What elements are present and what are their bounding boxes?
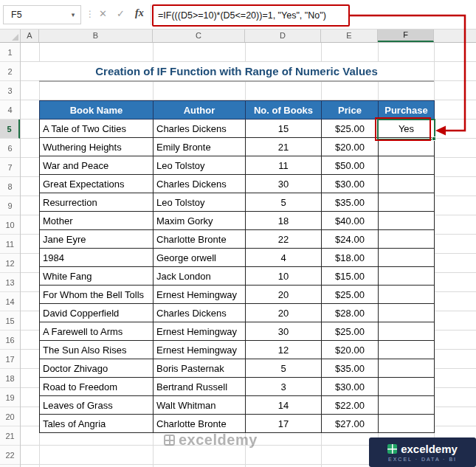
table-cell[interactable] [379,415,435,433]
row-header-20[interactable]: 20 [0,407,20,426]
insert-function-icon[interactable]: fx [135,7,144,19]
table-cell[interactable]: $15.00 [322,267,379,286]
cancel-icon[interactable]: ✕ [99,8,107,19]
table-cell[interactable]: 5 [246,359,322,378]
row-header-11[interactable]: 11 [0,235,20,254]
fill-handle[interactable] [432,136,436,141]
table-cell[interactable] [379,359,435,378]
table-cell[interactable] [379,378,435,396]
table-cell[interactable]: $30.00 [322,378,379,396]
table-cell[interactable]: The Sun Also Rises [40,341,154,359]
column-header-B[interactable]: B [39,30,153,42]
table-header-cell[interactable]: Purchase [379,101,435,120]
table-cell[interactable]: Charlotte Bronte [154,230,246,249]
sheet-cells[interactable]: Creation of IF Function with Range of Nu… [21,43,476,467]
table-cell[interactable]: $25.00 [322,322,379,341]
table-cell[interactable]: War and Peace [40,156,154,175]
table-cell[interactable]: 21 [246,138,322,156]
table-cell[interactable]: Bertrand Russell [154,378,246,396]
table-cell[interactable] [379,193,435,212]
table-cell[interactable]: Emily Bronte [154,138,246,156]
column-header-F[interactable]: F [378,30,434,42]
row-header-2[interactable]: 2 [0,62,20,81]
table-cell[interactable]: 30 [246,175,322,193]
table-cell[interactable]: Leaves of Grass [40,396,154,415]
row-header-9[interactable]: 9 [0,196,20,215]
table-cell[interactable]: Jack London [154,267,246,286]
table-cell[interactable]: 1984 [40,249,154,267]
enter-icon[interactable]: ✓ [117,8,125,19]
row-header-3[interactable]: 3 [0,81,20,100]
table-cell[interactable]: Doctor Zhivago [40,359,154,378]
row-header-16[interactable]: 16 [0,331,20,350]
row-header-17[interactable]: 17 [0,350,20,369]
table-cell[interactable]: $20.00 [322,138,379,156]
table-cell[interactable]: $20.00 [322,341,379,359]
table-cell[interactable]: 20 [246,286,322,304]
table-cell[interactable]: $35.00 [322,193,379,212]
table-cell[interactable]: 30 [246,322,322,341]
row-header-12[interactable]: 12 [0,254,20,273]
table-cell[interactable]: 15 [246,120,322,138]
table-cell[interactable]: Road to Freedom [40,378,154,396]
table-cell[interactable]: A Tale of Two Cities [40,120,154,138]
select-all-corner[interactable] [0,30,21,42]
row-header-13[interactable]: 13 [0,273,20,292]
table-cell[interactable]: $50.00 [322,156,379,175]
table-cell[interactable] [379,267,435,286]
table-cell[interactable]: Charles Dickens [154,175,246,193]
column-header-C[interactable]: C [153,30,245,42]
row-header-19[interactable]: 19 [0,388,20,407]
table-cell[interactable]: A Farewell to Arms [40,322,154,341]
table-cell[interactable]: Maxim Gorky [154,212,246,230]
table-cell[interactable]: 4 [246,249,322,267]
table-cell[interactable]: $35.00 [322,359,379,378]
row-header-14[interactable]: 14 [0,292,20,311]
row-header-7[interactable]: 7 [0,158,20,177]
table-cell[interactable]: Ernest Hemingway [154,322,246,341]
table-cell[interactable]: Charles Dickens [154,304,246,322]
table-cell[interactable]: 17 [246,415,322,433]
table-cell[interactable]: $24.00 [322,230,379,249]
table-cell[interactable] [379,286,435,304]
table-cell[interactable]: Great Expectations [40,175,154,193]
table-cell[interactable]: $40.00 [322,212,379,230]
row-header-5[interactable]: 5 [0,120,20,139]
table-cell[interactable]: $30.00 [322,175,379,193]
table-cell[interactable]: Resurrection [40,193,154,212]
table-cell[interactable]: $27.00 [322,415,379,433]
row-header-18[interactable]: 18 [0,369,20,388]
table-cell[interactable]: White Fang [40,267,154,286]
table-header-cell[interactable]: Author [154,101,246,120]
table-cell[interactable] [379,304,435,322]
table-cell[interactable]: 11 [246,156,322,175]
table-cell[interactable]: $25.00 [322,286,379,304]
table-cell[interactable]: Boris Pasternak [154,359,246,378]
table-cell[interactable] [379,322,435,341]
table-cell[interactable]: Mother [40,212,154,230]
table-cell[interactable] [379,175,435,193]
table-cell[interactable]: Charles Dickens [154,120,246,138]
table-cell[interactable] [379,396,435,415]
table-cell[interactable]: $28.00 [322,304,379,322]
table-cell[interactable]: Tales of Angria [40,415,154,433]
table-cell[interactable] [379,230,435,249]
table-cell[interactable]: $22.00 [322,396,379,415]
table-cell[interactable]: Jane Eyre [40,230,154,249]
table-cell[interactable]: $25.00 [322,120,379,138]
row-header-4[interactable]: 4 [0,100,20,120]
table-cell[interactable] [379,138,435,156]
table-cell[interactable] [379,249,435,267]
table-cell[interactable]: $18.00 [322,249,379,267]
column-header-D[interactable]: D [245,30,321,42]
column-header-A[interactable]: A [21,30,39,42]
row-header-21[interactable]: 21 [0,426,20,446]
table-cell[interactable] [379,156,435,175]
row-header-6[interactable]: 6 [0,139,20,158]
table-cell[interactable]: 3 [246,378,322,396]
table-header-cell[interactable]: Price [322,101,379,120]
table-cell[interactable]: David Copperfield [40,304,154,322]
table-cell[interactable] [379,341,435,359]
table-cell[interactable]: Walt Whitman [154,396,246,415]
table-cell[interactable]: 14 [246,396,322,415]
